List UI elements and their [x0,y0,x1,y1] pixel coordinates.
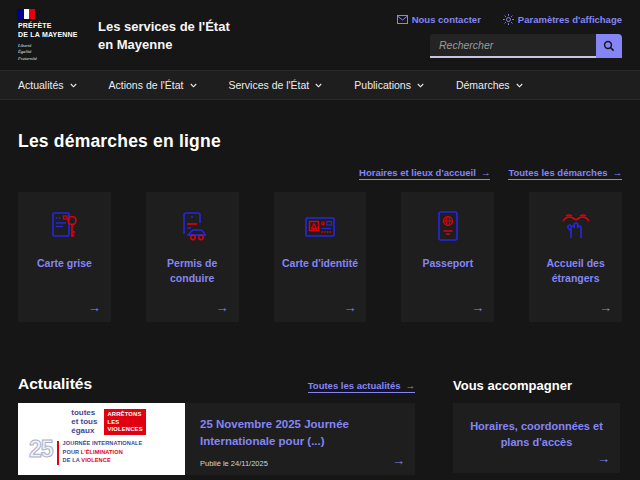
nav-item-publications[interactable]: Publications [354,79,424,91]
arrow-icon: → [406,380,416,391]
poster-number: 25 [29,439,53,461]
horaires-coordonnees-card[interactable]: Horaires, coordonnées et plans d'accès → [453,403,620,473]
arrow-icon: → [481,167,491,178]
header-right: Nous contacter Paramètres d'affichage [397,9,622,58]
actualites-title: Actualités [18,375,92,393]
french-flag-icon [18,9,35,19]
search-input[interactable] [430,34,596,58]
search-icon [603,40,615,52]
demarches-title: Les démarches en ligne [18,131,622,152]
nav-item-actualites[interactable]: Actualités [18,79,77,91]
prefecture-mayenne-homepage: { "ui": { "arrow": "→" }, "colors": { "b… [0,0,640,480]
news-text: 25 Novembre 2025 Journée Internationale … [185,403,415,475]
chevron-down-icon [70,83,77,88]
tile-permis-de-conduire[interactable]: Permis de conduire → [146,192,239,322]
passeport-icon [428,207,468,247]
nav-item-demarches[interactable]: Démarches [456,79,523,91]
actualites-section: Actualités Toutes les actualités → toute… [18,375,415,475]
toutes-demarches-link[interactable]: Toutes les démarches → [508,167,622,180]
accomp-card-label: Horaires, coordonnées et plans d'accès [465,418,608,451]
tile-label: Permis de conduire [146,256,239,285]
main-content: Les démarches en ligne Horaires et lieux… [0,131,640,475]
bottom-section: Actualités Toutes les actualités → toute… [18,375,622,475]
chevron-down-icon [190,83,197,88]
tile-accueil-etrangers[interactable]: Accueil des étrangers → [529,192,622,322]
accompagner-title: Vous accompagner [453,378,620,393]
news-published-date: Publié le 24/11/2025 [200,459,268,468]
arrow-icon: → [216,300,229,315]
search-button[interactable] [596,34,622,58]
arrow-icon: → [599,300,612,315]
tile-carte-grise[interactable]: Carte grise → [18,192,111,322]
poster-caption: JOURNÉE INTERNATIONALE POUR L'ÉLIMINATIO… [63,439,143,465]
news-title: 25 Novembre 2025 Journée Internationale … [200,416,401,449]
envelope-icon [397,15,408,24]
nav-item-actions-etat[interactable]: Actions de l'État [109,79,197,91]
display-settings-link[interactable]: Paramètres d'affichage [503,14,622,25]
tile-label: Carte grise [32,256,97,271]
chevron-down-icon [315,83,322,88]
site-title: Les services de l'État en Mayenne [98,18,243,62]
gov-logo: PRÉFÈTE DE LA MAYENNE Liberté Égalité Fr… [18,9,80,62]
arrow-icon: → [613,167,623,178]
toutes-actualites-link[interactable]: Toutes les actualités → [308,380,415,393]
tile-label: Carte d'identité [277,256,363,271]
news-card[interactable]: toutes et tous égaux ARRÊTONS LES VIOLEN… [18,403,415,475]
tile-label: Accueil des étrangers [529,256,622,285]
chevron-down-icon [516,83,523,88]
carte-identite-icon [300,207,340,247]
demarches-links: Horaires et lieux d'accueil → Toutes les… [18,167,622,180]
tile-label: Passeport [417,256,478,271]
poster-badge: ARRÊTONS LES VIOLENCES [104,409,145,435]
accompagner-section: Vous accompagner Horaires, coordonnées e… [453,375,620,475]
contact-link[interactable]: Nous contacter [397,14,481,25]
arrow-icon: → [88,300,101,315]
search-bar [430,34,622,58]
header-quick-links: Nous contacter Paramètres d'affichage [397,14,622,25]
header: PRÉFÈTE DE LA MAYENNE Liberté Égalité Fr… [0,0,640,70]
news-poster-image: toutes et tous égaux ARRÊTONS LES VIOLEN… [18,403,185,475]
arrow-icon: → [597,451,610,466]
permis-de-conduire-icon [172,207,212,247]
display-settings-icon [503,14,514,25]
carte-grise-icon [44,207,84,247]
gov-name: PRÉFÈTE DE LA MAYENNE [18,22,80,40]
tile-passeport[interactable]: Passeport → [401,192,494,322]
poster-divider [57,441,59,465]
arrow-icon: → [471,300,484,315]
accueil-des-etrangers-icon [556,207,596,247]
poster-tagline: toutes et tous égaux [71,409,97,435]
horaires-lieux-link[interactable]: Horaires et lieux d'accueil → [359,167,490,180]
main-nav: Actualités Actions de l'État Services de… [0,70,640,100]
demarches-cards: Carte grise → Permis de conduire → [18,192,622,322]
gov-motto: Liberté Égalité Fraternité [18,43,80,63]
nav-item-services-etat[interactable]: Services de l'État [229,79,323,91]
tile-carte-identite[interactable]: Carte d'identité → [274,192,367,322]
brand-block[interactable]: PRÉFÈTE DE LA MAYENNE Liberté Égalité Fr… [18,9,243,62]
arrow-icon: → [343,300,356,315]
chevron-down-icon [417,83,424,88]
arrow-icon: → [392,453,405,468]
